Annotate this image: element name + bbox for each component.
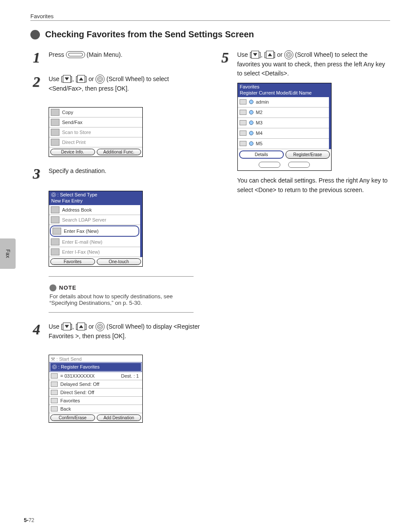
lcd3-ldap: Search LDAP Server xyxy=(62,217,106,222)
step1-text-a: Press xyxy=(49,51,66,58)
sendfax-icon xyxy=(51,119,59,126)
step4-text-a: Use [ xyxy=(49,323,63,330)
lcd4-register-favorites-hl: Ⓞ : Register Favorites xyxy=(50,362,141,372)
step-number: 5 xyxy=(219,50,231,65)
lcd3-enter-email: Enter E-mail (New) xyxy=(62,239,102,245)
list-item: Favorites xyxy=(49,397,142,405)
lcd5-header2: Register Current Mode/Edit Name xyxy=(240,90,329,96)
scan-icon xyxy=(51,129,59,136)
note-box: NOTE For details about how to specify de… xyxy=(49,276,194,313)
list-item-selected: Enter Fax (New) xyxy=(51,226,138,236)
side-tab: Fax xyxy=(0,238,16,269)
favorite-icon xyxy=(240,110,246,115)
lcd3-header1: Ⓞ : Select Send Type xyxy=(51,192,140,198)
list-item: Send/Fax xyxy=(49,117,142,127)
running-header: Favorites xyxy=(30,13,390,21)
list-item: M4 xyxy=(238,128,329,139)
lcd4-delayed-send: Delayed Send: Off xyxy=(60,382,99,387)
status-dot-icon xyxy=(249,110,253,114)
favorite-icon xyxy=(240,120,246,125)
step-3: 3 Specify a destination. xyxy=(30,166,202,181)
lcd4-favorites: Favorites xyxy=(60,398,80,403)
scrollbar-icon xyxy=(329,97,331,149)
down-arrow-key-icon xyxy=(63,75,71,83)
lcd4-start-send: ⚒ : Start Send xyxy=(49,355,142,362)
device-info-button: Device Info. xyxy=(50,149,95,155)
confirm-erase-button: Confirm/Erase xyxy=(50,415,95,421)
step-2: 2 Use [], [] or (Scroll Wheel) to select… xyxy=(30,75,202,98)
scroll-wheel-icon xyxy=(95,75,105,84)
step-5: 5 Use [], [] or (Scroll Wheel) to select… xyxy=(219,50,391,199)
favorite-icon xyxy=(240,99,246,104)
scrollbar-icon xyxy=(140,205,142,257)
lcd3-address-book: Address Book xyxy=(62,207,92,212)
step4-text-c: ] or xyxy=(85,323,95,330)
back-icon xyxy=(51,406,58,411)
step4-text-b: ], [ xyxy=(71,323,78,330)
lcd-select-send-type: Ⓞ : Select Send Type New Fax Entry Addre… xyxy=(49,191,143,267)
page-number: 5-72 xyxy=(24,517,34,523)
step-number: 1 xyxy=(30,50,43,65)
step1-text-b: (Main Menu). xyxy=(85,51,122,58)
step-4: 4 Use [], [] or (Scroll Wheel) to displa… xyxy=(30,322,202,345)
step2-text-c: ] or xyxy=(85,75,95,82)
email-icon xyxy=(51,238,59,245)
list-item: Back xyxy=(49,405,142,413)
left-any-key-icon xyxy=(259,162,280,168)
favorite-icon xyxy=(240,131,246,136)
right-any-key-icon xyxy=(288,162,310,168)
additional-func-button: Additional Func. xyxy=(97,149,141,155)
lcd-item-print: Direct Print xyxy=(62,140,85,145)
register-erase-button: Register/Erase xyxy=(286,150,330,159)
list-item: Enter I-Fax (New) xyxy=(49,247,140,257)
step-number: 2 xyxy=(30,75,43,89)
add-destination-button: Add Destination xyxy=(97,415,141,421)
list-item: Address Book xyxy=(49,205,140,215)
lcd5-header1: Favorites xyxy=(240,84,329,90)
page-number-value: 72 xyxy=(29,517,34,523)
print-icon xyxy=(51,139,59,146)
step5-text-a: Use [ xyxy=(237,51,252,58)
step-1: 1 Press (Main Menu). xyxy=(30,50,202,65)
lcd4-direct-send: Direct Send: Off xyxy=(60,390,94,395)
one-touch-button: One-touch xyxy=(97,258,141,265)
lcd3-enter-fax: Enter Fax (New) xyxy=(64,228,99,234)
side-tab-label: Fax xyxy=(5,249,11,258)
lcd-item-sendfax: Send/Fax xyxy=(62,120,82,125)
section-title: Checking Favorites from the Send Setting… xyxy=(45,29,254,39)
note-label: NOTE xyxy=(59,284,76,291)
list-item: Search LDAP Server xyxy=(49,215,140,225)
ldap-icon xyxy=(51,216,59,223)
section-heading: Checking Favorites from the Send Setting… xyxy=(30,29,390,39)
fax-icon xyxy=(53,228,61,235)
step2-text-b: ], [ xyxy=(71,75,78,82)
lcd3-header2: New Fax Entry xyxy=(51,198,140,204)
status-dot-icon xyxy=(249,141,253,146)
lcd-main-menu: Copy Send/Fax Scan to Store Direct Print… xyxy=(49,107,143,157)
favorites-icon xyxy=(51,398,58,403)
scroll-wheel-icon xyxy=(284,50,293,59)
lcd-favorites-list: Favorites Register Current Mode/Edit Nam… xyxy=(237,83,332,171)
addressbook-icon xyxy=(51,206,59,213)
step2-text-a: Use [ xyxy=(49,75,63,82)
up-arrow-key-icon xyxy=(77,75,85,83)
list-item: Copy xyxy=(49,108,142,117)
copy-icon xyxy=(51,109,59,116)
list-item: Enter E-mail (New) xyxy=(49,237,140,247)
up-arrow-key-icon xyxy=(77,323,85,330)
lcd-item-copy: Copy xyxy=(62,110,73,115)
lcd5-m5: M5 xyxy=(256,140,263,147)
step3-text: Specify a destination. xyxy=(49,166,202,176)
list-item: admin xyxy=(238,97,329,108)
list-item: M5 xyxy=(238,139,329,149)
fax-icon xyxy=(51,373,58,379)
direct-send-icon xyxy=(51,390,58,395)
list-item: M2 xyxy=(238,108,329,118)
status-dot-icon xyxy=(249,131,253,135)
list-item: M3 xyxy=(238,118,329,128)
up-arrow-key-icon xyxy=(266,51,274,59)
list-item: Direct Print xyxy=(49,137,142,147)
lcd4-dest-count: Dest. : 1 xyxy=(121,373,141,379)
page-number-prefix: 5- xyxy=(24,517,29,523)
down-arrow-key-icon xyxy=(251,51,259,59)
